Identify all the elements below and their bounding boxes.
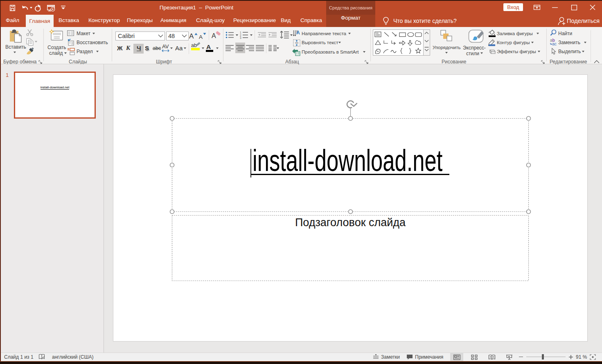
svg-text:ac: ac [552,41,557,46]
svg-text:3: 3 [240,36,241,39]
svg-text:А: А [296,30,300,36]
